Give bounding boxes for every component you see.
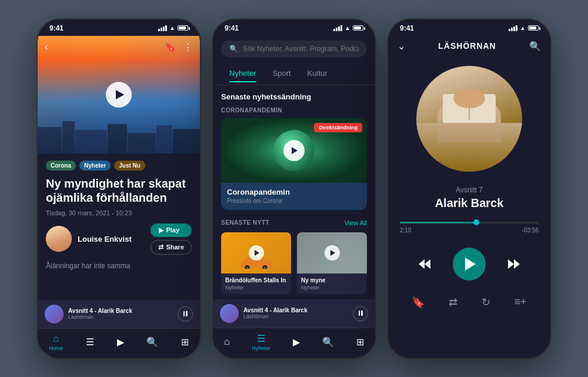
- nav-search[interactable]: 🔍: [146, 336, 158, 348]
- nav-video[interactable]: ▶: [117, 336, 124, 348]
- news-card-2[interactable]: Ny myne Nyheter: [297, 232, 367, 294]
- svg-marker-9: [514, 259, 520, 269]
- news-card-info-1: Brändöluffen Stalls In Nyheter: [221, 273, 291, 294]
- author-buttons: ▶ Play ⇄ Share: [151, 223, 192, 255]
- list-icon-2: ☰: [257, 333, 265, 344]
- rewind-icon: [416, 256, 433, 272]
- nav-list[interactable]: ☰: [86, 336, 94, 348]
- wifi-icon-3: ▲: [520, 25, 526, 31]
- mini-player-1[interactable]: Avsnitt 4 - Alarik Barck Läshörnan: [38, 300, 200, 328]
- status-time-1: 9:41: [49, 24, 64, 32]
- author-avatar: [46, 226, 72, 252]
- article-date: Tisdag, 30 mars, 2021 - 10:23: [46, 209, 192, 216]
- status-icons-2: ▲: [333, 25, 363, 31]
- search-icon-nav: 🔍: [322, 336, 334, 348]
- svg-marker-7: [425, 259, 430, 269]
- status-icons-1: ▲: [158, 25, 188, 31]
- signal-icon-2: [333, 25, 342, 31]
- hero-play-button[interactable]: [106, 82, 132, 108]
- share-button[interactable]: ⇄ Share: [151, 240, 192, 255]
- video-icon-2: ▶: [293, 336, 300, 348]
- nav-search-2[interactable]: 🔍: [322, 336, 334, 348]
- tab-kultur[interactable]: Kultur: [299, 64, 336, 82]
- player-avatar-1: [45, 305, 64, 323]
- signal-icon-3: [509, 25, 517, 31]
- news-card-info-2: Ny myne Nyheter: [297, 273, 367, 294]
- nav-video-2[interactable]: ▶: [293, 336, 300, 348]
- tab-sport[interactable]: Sport: [265, 64, 299, 82]
- grid-icon-2: ⊞: [356, 336, 364, 348]
- nav-grid[interactable]: ⊞: [181, 336, 189, 348]
- wifi-icon-2: ▲: [345, 25, 350, 31]
- author-row: Louise Enkvist ▶ Play ⇄ Share: [46, 223, 192, 255]
- bookmark-button[interactable]: 🔖: [408, 292, 428, 312]
- progress-total: -03:56: [522, 227, 539, 233]
- album-art: [416, 66, 522, 172]
- progress-thumb: [473, 219, 479, 225]
- battery-icon: [178, 25, 188, 31]
- article-title: Ny myndighet har skapat ojämlika förhåll…: [46, 176, 192, 205]
- progress-area[interactable]: 2:10 -03:56: [400, 222, 539, 233]
- home-icon-2: ⌂: [224, 336, 230, 347]
- home-icon: ⌂: [53, 333, 59, 344]
- nav-home[interactable]: ⌂ Home: [49, 333, 63, 351]
- mini-player-2[interactable]: Avsnitt 4 - Alarik Barck Läshörnan: [213, 299, 375, 328]
- nav-nyheter[interactable]: ☰ Nyheter: [252, 333, 271, 351]
- main-play-button[interactable]: [453, 248, 486, 281]
- article-content: Corona Nyheter Just Nu Ny myndighet har …: [38, 154, 200, 300]
- featured-play-button[interactable]: [283, 140, 305, 161]
- tag-corona[interactable]: Corona: [46, 161, 76, 171]
- shuffle-button[interactable]: ⇄: [445, 292, 461, 312]
- featured-card[interactable]: Direktsändning Coronapandemin Pressinfo …: [221, 118, 367, 210]
- chevron-down-icon[interactable]: ⌄: [397, 41, 405, 52]
- svg-point-3: [246, 266, 248, 269]
- news-card-title-2: Ny myne: [301, 277, 363, 283]
- nav-home-2[interactable]: ⌂: [224, 336, 230, 347]
- tab-nyheter[interactable]: Nyheter: [221, 64, 265, 82]
- phone-article: 9:41 ▲: [36, 18, 201, 359]
- status-bar-3: 9:41 ▲: [388, 19, 550, 35]
- news-card-play-1[interactable]: [249, 245, 264, 261]
- featured-info: Coronapandemin Pressinfo om Corona: [221, 183, 367, 210]
- video-icon: ▶: [117, 336, 124, 348]
- tag-nyheter[interactable]: Nyheter: [79, 161, 111, 171]
- news-card-1[interactable]: Brändöluffen Stalls In Nyheter: [221, 232, 291, 294]
- tag-list: Corona Nyheter Just Nu: [46, 161, 192, 171]
- search-input[interactable]: [243, 45, 359, 53]
- nav-grid-2[interactable]: ⊞: [356, 336, 364, 348]
- player-subtitle-2: Läshörnan: [243, 313, 348, 319]
- news-card-image-2: [297, 232, 367, 273]
- play-button[interactable]: ▶ Play: [151, 223, 192, 237]
- repeat-button[interactable]: ↻: [478, 292, 494, 312]
- player-header-title: LÄSHÖRNAN: [438, 41, 496, 51]
- track-episode: Avsnitt 7: [435, 186, 504, 194]
- signal-icon: [158, 25, 167, 31]
- news-card-play-2[interactable]: [325, 245, 340, 261]
- search-icon-player[interactable]: 🔍: [529, 41, 541, 52]
- news-cards: Brändöluffen Stalls In Nyheter: [221, 232, 367, 294]
- news-card-image-1: [221, 232, 291, 273]
- track-info: Avsnitt 7 Alarik Barck: [435, 186, 504, 210]
- live-badge: Direktsändning: [314, 123, 362, 132]
- forward-button[interactable]: [502, 252, 526, 276]
- wifi-icon: ▲: [169, 25, 175, 31]
- bookmark-icon[interactable]: 🔖: [165, 42, 176, 53]
- rewind-button[interactable]: [413, 252, 436, 276]
- pause-button-1[interactable]: [178, 306, 193, 322]
- status-bar-1: 9:41 ▲: [38, 19, 200, 35]
- queue-button[interactable]: ≡+: [511, 292, 530, 312]
- album-art-image: [416, 66, 522, 172]
- search-box[interactable]: 🔍: [221, 41, 367, 57]
- tag-justnu[interactable]: Just Nu: [114, 161, 145, 171]
- back-button[interactable]: ‹: [45, 42, 48, 52]
- progress-bar[interactable]: [400, 222, 539, 223]
- more-icon[interactable]: ⋮: [183, 42, 193, 53]
- view-all-button[interactable]: View All: [345, 219, 367, 226]
- featured-title: Coronapandemin: [227, 188, 361, 196]
- senaste-row: SENASTE NYTT View All: [221, 219, 367, 226]
- section-cat: CORONAPANDEMIN: [221, 107, 367, 114]
- featured-image: Direktsändning: [221, 118, 367, 183]
- pause-button-2[interactable]: [353, 306, 368, 321]
- phone-news: 9:41 ▲ 🔍: [212, 18, 376, 359]
- player-subtitle-1: Läshörnan: [68, 314, 173, 320]
